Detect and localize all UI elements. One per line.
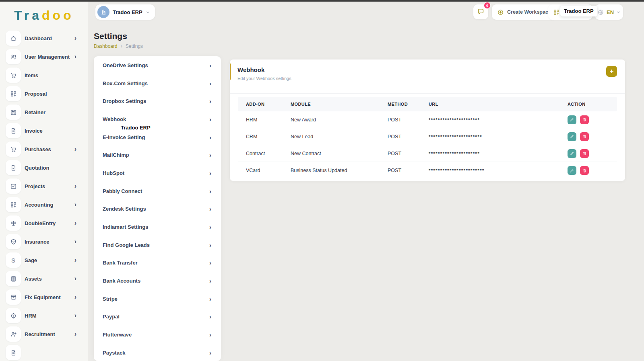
sidebar-item-proposal[interactable]: Proposal	[0, 84, 88, 103]
sidebar-item-label: User Management	[25, 54, 70, 60]
breadcrumb-item-dashboard[interactable]: Dashboard	[94, 43, 118, 49]
settings-menu-item-dropbox-settings[interactable]: Dropbox Settings›	[94, 92, 221, 110]
sidebar-item-user-management[interactable]: User Management›	[0, 47, 88, 66]
cell-url-masked: **********************	[429, 117, 568, 122]
chevron-right-icon: ›	[74, 201, 76, 208]
sidebar-item-accounting[interactable]: Accounting›	[0, 195, 88, 214]
sidebar-item-label: Assets	[25, 276, 42, 282]
save-icon	[10, 109, 17, 116]
messages-button[interactable]: 0	[473, 4, 488, 19]
settings-menu-item-bank-transfer[interactable]: Bank Transfer›	[94, 254, 221, 272]
chevron-right-icon: ›	[209, 134, 211, 140]
workspace-avatar	[97, 6, 109, 18]
sidebar-item-purchases[interactable]: Purchases›	[0, 140, 88, 158]
chevron-right-icon: ›	[209, 188, 211, 194]
chevron-right-icon: ›	[209, 206, 211, 212]
sidebar-item-hrm[interactable]: HRM›	[0, 306, 88, 325]
settings-menu-item-e-invoice-setting[interactable]: E-invoice Setting›	[94, 128, 221, 146]
cell-method: POST	[388, 134, 429, 139]
delete-button[interactable]	[580, 132, 589, 141]
sidebar-item-insurance[interactable]: Insurance›	[0, 232, 88, 251]
sidebar-icon-box	[6, 160, 21, 175]
pencil-icon	[570, 117, 574, 122]
delete-button[interactable]	[580, 115, 589, 124]
sidebar-item-label: Dashboard	[25, 35, 52, 41]
sidebar-item-label: Purchases	[25, 146, 51, 152]
settings-menu-item-box-com-settings[interactable]: Box.Com Settings›	[94, 74, 221, 92]
cell-method: POST	[388, 117, 429, 123]
settings-menu-item-mailchimp[interactable]: MailChimp›	[94, 146, 221, 164]
sidebar: Tradoo Dashboard›User Management›ItemsPr…	[0, 2, 88, 361]
settings-menu-item-pabbly-connect[interactable]: Pabbly Connect›	[94, 182, 221, 200]
sidebar-icon-box	[6, 123, 21, 138]
cell-module: New Contract	[291, 151, 388, 156]
sidebar-item-partial[interactable]	[0, 343, 88, 361]
column-header-url: URL	[429, 102, 568, 107]
sidebar-item-quotation[interactable]: Quotation	[0, 158, 88, 177]
cell-module: Business Status Updated	[291, 168, 388, 173]
settings-menu-item-zendesk-settings[interactable]: Zendesk Settings›	[94, 200, 221, 218]
chevron-right-icon: ›	[74, 294, 76, 300]
settings-menu-item-find-google-leads[interactable]: Find Google Leads›	[94, 236, 221, 254]
sidebar-item-dashboard[interactable]: Dashboard›	[0, 29, 88, 47]
cell-add-on: CRM	[246, 134, 291, 139]
sidebar-item-invoice[interactable]: Invoice	[0, 121, 88, 140]
settings-item-label: Bank Accounts	[103, 278, 140, 284]
edit-button[interactable]	[568, 166, 576, 175]
sidebar-item-fix-equipment[interactable]: Fix Equipment›	[0, 288, 88, 306]
settings-menu-item-paystack[interactable]: Paystack›	[94, 344, 221, 361]
settings-menu-item-paypal[interactable]: Paypal›	[94, 308, 221, 326]
settings-menu-item-flutterwave[interactable]: Flutterwave›	[94, 326, 221, 344]
building-icon	[100, 9, 107, 15]
trash-icon	[582, 117, 587, 122]
chevron-right-icon: ›	[74, 35, 76, 41]
sidebar-item-projects[interactable]: Projects›	[0, 177, 88, 195]
chevron-right-icon: ›	[209, 224, 211, 230]
edit-button[interactable]	[568, 115, 576, 124]
column-header-action: ACTION	[568, 102, 617, 107]
sidebar-item-retainer[interactable]: Retainer	[0, 103, 88, 121]
sidebar-item-label: HRM	[25, 313, 37, 319]
sidebar-item-doubleentry[interactable]: DoubleEntry›	[0, 214, 88, 232]
cell-url-masked: ************************	[429, 168, 568, 173]
sidebar-icon-box	[6, 178, 21, 194]
sidebar-item-recruitment[interactable]: Recruitment›	[0, 325, 88, 343]
settings-menu-item-hubspot[interactable]: HubSpot›	[94, 164, 221, 182]
settings-menu-item-indiamart-settings[interactable]: Indiamart Settings›	[94, 218, 221, 236]
webhook-table: ADD-ONMODULEMETHODURLACTION HRMNew Award…	[238, 97, 617, 179]
settings-item-label: Bank Transfer	[103, 260, 138, 266]
edit-button[interactable]	[568, 149, 576, 158]
settings-menu-item-onedrive-settings[interactable]: OneDrive Settings›	[94, 56, 221, 74]
delete-button[interactable]	[580, 149, 589, 158]
settings-menu-item-stripe[interactable]: Stripe›	[94, 290, 221, 308]
webhook-panel: Webhook Edit your Webhook settings ADD-O…	[230, 59, 625, 181]
sidebar-icon-box	[6, 197, 21, 212]
column-header-method: METHOD	[388, 102, 429, 107]
workspace-name: Tradoo ERP	[113, 9, 142, 15]
sidebar-item-label: Items	[25, 72, 38, 78]
app-logo[interactable]: Tradoo	[0, 2, 88, 23]
add-webhook-button[interactable]	[606, 66, 617, 77]
cell-actions	[568, 115, 617, 124]
chevron-right-icon: ›	[209, 332, 211, 338]
chevron-right-icon: ›	[74, 331, 76, 337]
sidebar-icon-box	[6, 86, 21, 101]
create-workspace-button[interactable]: Create Workspace	[492, 4, 556, 20]
trash-icon	[582, 168, 587, 173]
settings-menu-item-bank-accounts[interactable]: Bank Accounts›	[94, 272, 221, 290]
workspace-switcher[interactable]: Tradoo ERP	[95, 4, 155, 20]
language-selector[interactable]: EN	[595, 4, 623, 20]
column-header-add-on: ADD-ON	[246, 102, 291, 107]
sidebar-icon-box	[6, 271, 21, 286]
edit-button[interactable]	[568, 132, 576, 141]
sidebar-item-sage[interactable]: SSage›	[0, 251, 88, 269]
settings-menu-item-webhook[interactable]: Webhook›	[94, 110, 221, 128]
delete-button[interactable]	[580, 166, 589, 175]
sidebar-item-items[interactable]: Items	[0, 66, 88, 84]
chevron-right-icon: ›	[209, 170, 211, 176]
chevron-right-icon: ›	[209, 98, 211, 104]
chevron-right-icon: ›	[209, 350, 211, 356]
sidebar-item-label: Recruitment	[25, 331, 55, 337]
sidebar-item-assets[interactable]: Assets›	[0, 269, 88, 288]
file-text-icon	[10, 349, 17, 356]
